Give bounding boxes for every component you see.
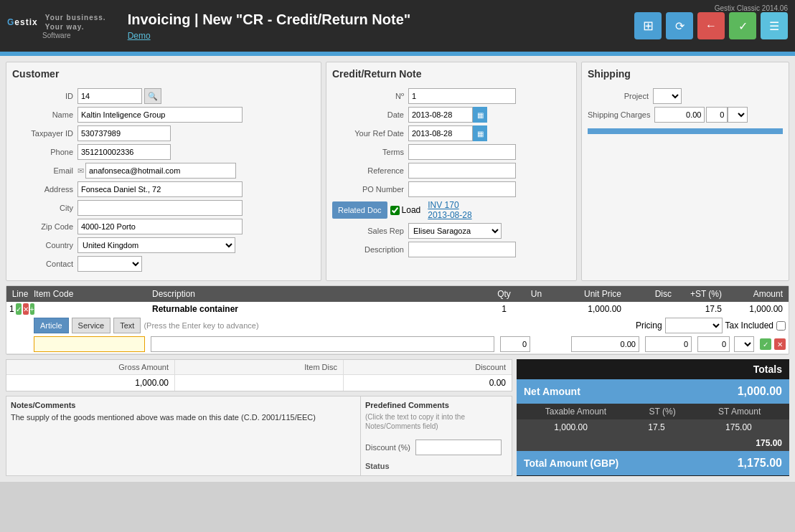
- demo-link[interactable]: Demo: [128, 31, 634, 41]
- notes-left: Notes/Comments The supply of the goods m…: [6, 396, 361, 475]
- city-row: City: [12, 200, 315, 216]
- header-buttons: ⊞ ⟳ ← ✓ ☰: [634, 12, 788, 39]
- new-button[interactable]: ⊞: [634, 12, 662, 39]
- col-header-qty: Qty: [488, 289, 520, 299]
- related-doc-button[interactable]: Related Doc: [332, 201, 387, 219]
- zipcode-input[interactable]: [77, 219, 243, 234]
- back-button[interactable]: ←: [697, 12, 725, 39]
- reference-input[interactable]: [408, 163, 516, 179]
- bottom-area: Gross Amount Item Disc Discount 1,000.00…: [6, 359, 789, 476]
- save-button[interactable]: ✓: [729, 12, 756, 39]
- logo: Gestix Your business. Your way.: [7, 13, 106, 32]
- row1-add-button[interactable]: +: [30, 303, 34, 315]
- contact-select[interactable]: [77, 256, 142, 272]
- load-checkbox[interactable]: [390, 206, 400, 215]
- row1-line-num: 1: [9, 304, 14, 314]
- shipping-charges-select[interactable]: [728, 107, 748, 123]
- phone-input[interactable]: [77, 144, 171, 160]
- taxable-value: 1,000.00: [554, 422, 588, 432]
- refresh-button[interactable]: ⟳: [666, 12, 693, 39]
- address-label: Address: [12, 185, 73, 194]
- top-panels: Customer ID 🔍 Name Taxpayer ID Phone Ema…: [6, 62, 789, 281]
- st-select[interactable]: [734, 336, 754, 352]
- notes-title: Notes/Comments: [11, 401, 356, 409]
- st-pct-header: ST (%): [649, 407, 676, 417]
- n-label: Nº: [332, 92, 404, 100]
- shipping-charges-qty[interactable]: [706, 107, 728, 123]
- header-title-area: Invoicing | New "CR - Credit/Return Note…: [121, 11, 634, 41]
- description-row: Description: [332, 242, 570, 257]
- discount-header: Discount: [344, 360, 512, 374]
- description-input[interactable]: [408, 242, 516, 257]
- customer-panel: Customer ID 🔍 Name Taxpayer ID Phone Ema…: [6, 62, 321, 281]
- project-select[interactable]: [653, 88, 682, 104]
- date-row: Date ▦: [332, 107, 570, 123]
- article-button[interactable]: Article: [34, 318, 69, 333]
- gross-header: Gross Amount Item Disc Discount: [6, 360, 512, 375]
- text-button[interactable]: Text: [113, 318, 141, 333]
- your-ref-calendar-button[interactable]: ▦: [473, 125, 487, 141]
- date-label: Date: [332, 110, 404, 119]
- address-row: Address: [12, 181, 315, 197]
- search-button[interactable]: 🔍: [144, 88, 161, 104]
- po-number-row: PO Number: [332, 181, 570, 197]
- tax-values-row: 1,000.00 17.5 175.00: [517, 419, 789, 435]
- shipping-charges-input[interactable]: [654, 107, 705, 123]
- input-save-button[interactable]: ✓: [760, 338, 771, 350]
- row1-delete-button[interactable]: ✕: [23, 303, 29, 315]
- gross-amount-header: Gross Amount: [6, 360, 175, 374]
- date-calendar-button[interactable]: ▦: [473, 107, 487, 123]
- row1-save-button[interactable]: ✓: [16, 303, 22, 315]
- gross-amount-value: 1,000.00: [6, 375, 175, 391]
- st-field[interactable]: [697, 336, 730, 352]
- service-button[interactable]: Service: [72, 318, 111, 333]
- id-input[interactable]: [77, 88, 142, 104]
- date-input[interactable]: [408, 107, 473, 123]
- your-ref-date-row: Your Ref Date ▦: [332, 125, 570, 141]
- terms-input[interactable]: [408, 144, 516, 160]
- related-doc-row: Related Doc Load INV 170 2013-08-28: [332, 200, 570, 220]
- tagline2: Your way.: [45, 22, 106, 32]
- related-doc-value2[interactable]: 2013-08-28: [428, 210, 471, 220]
- input-delete-button[interactable]: ✕: [774, 338, 786, 350]
- email-row: Email ✉: [12, 163, 315, 179]
- your-ref-date-input[interactable]: [408, 125, 473, 141]
- taxpayer-input[interactable]: [77, 125, 171, 141]
- desc-field[interactable]: [151, 336, 494, 352]
- qty-field[interactable]: [500, 336, 530, 352]
- city-input[interactable]: [77, 200, 243, 216]
- tax-included-label: Tax Included: [725, 320, 773, 331]
- name-input[interactable]: [77, 107, 243, 123]
- sales-rep-select[interactable]: Eliseu Saragoza: [408, 223, 502, 239]
- item-code-field[interactable]: [34, 336, 145, 352]
- price-field[interactable]: [571, 336, 639, 352]
- col-header-amount: Amount: [725, 289, 786, 299]
- table-row-1-buttons: Article Service Text (Press the Enter ke…: [6, 316, 789, 335]
- logo-area: Gestix Your business. Your way. Software: [7, 13, 106, 39]
- tax-included-checkbox[interactable]: [776, 321, 786, 331]
- email-icon: ✉: [77, 166, 84, 176]
- software-label: Software: [7, 32, 106, 39]
- row1-line: 1 ✓ ✕ +: [9, 303, 31, 315]
- related-doc-value1[interactable]: INV 170: [428, 200, 471, 210]
- discount-pct-input[interactable]: [415, 440, 502, 455]
- st-pct-value: 17.5: [648, 422, 664, 432]
- shipping-panel: Shipping Project Shipping Charges: [581, 62, 789, 281]
- city-label: City: [12, 204, 73, 212]
- country-select[interactable]: United Kingdom: [77, 237, 235, 253]
- logo-g: G: [7, 17, 14, 27]
- predefined-title: Predefined Comments: [365, 401, 507, 409]
- address-input[interactable]: [77, 181, 243, 197]
- pricing-select[interactable]: [665, 318, 723, 333]
- po-number-input[interactable]: [408, 181, 516, 197]
- n-input[interactable]: [408, 88, 516, 104]
- col-header-unitprice: Unit Price: [552, 289, 624, 299]
- new-icon: ⊞: [643, 18, 654, 34]
- bottom-left: Gross Amount Item Disc Discount 1,000.00…: [6, 359, 512, 476]
- email-input[interactable]: [85, 163, 236, 179]
- disc-field[interactable]: [645, 336, 692, 352]
- st-total-value: 175.00: [756, 438, 782, 448]
- menu-button[interactable]: ☰: [761, 12, 788, 39]
- col-header-description: Description: [149, 289, 488, 299]
- phone-row: Phone: [12, 144, 315, 160]
